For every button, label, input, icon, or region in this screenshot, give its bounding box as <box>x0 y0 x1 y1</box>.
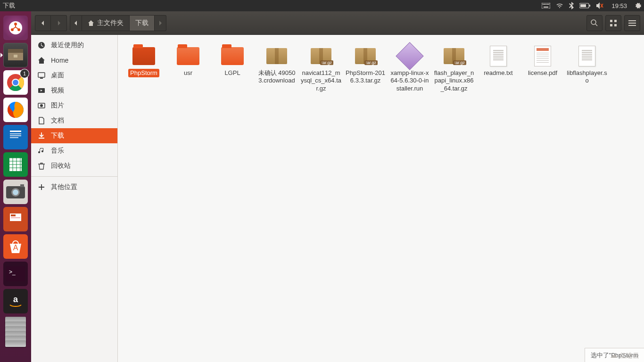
chrome-badge: 1 <box>20 69 29 78</box>
svg-rect-47 <box>614 24 617 26</box>
launcher-terminal[interactable]: >_ <box>3 262 28 286</box>
svg-rect-5 <box>548 4 549 5</box>
file-item[interactable]: tar.gznavicat112_mysql_cs_x64.tar.gz <box>299 45 343 93</box>
file-item[interactable]: license.pdf <box>520 45 565 93</box>
top-panel: 下载 19:53 <box>0 0 644 11</box>
gear-indicator[interactable] <box>632 0 644 11</box>
launcher-chrome[interactable]: 1 <box>3 70 28 95</box>
pdf-icon <box>529 45 556 67</box>
svg-rect-0 <box>542 3 550 8</box>
file-item[interactable]: 未确认 490503.crdownload <box>255 45 299 93</box>
svg-rect-24 <box>10 131 21 132</box>
file-item[interactable]: PhpStorm <box>122 45 166 93</box>
launcher-impress[interactable] <box>3 207 28 231</box>
path-downloads-label: 下载 <box>135 19 149 27</box>
svg-point-21 <box>13 80 18 85</box>
launcher-calc[interactable] <box>3 152 28 177</box>
file-item[interactable]: tar.gzPhpStorm-2016.3.3.tar.gz <box>343 45 388 93</box>
svg-rect-50 <box>628 25 636 26</box>
sidebar: 最近使用的 Home 桌面 视频 图片 文档 下载 音乐 回收站 其他位置 <box>31 35 118 362</box>
sidebar-home[interactable]: Home <box>31 53 117 68</box>
svg-rect-36 <box>11 214 16 216</box>
archive-icon: tar.gz <box>441 45 467 67</box>
forward-button[interactable] <box>51 15 67 31</box>
file-label: 未确认 490503.crdownload <box>255 69 299 85</box>
archive-icon: tar.gz <box>308 45 334 67</box>
svg-point-32 <box>13 189 18 195</box>
battery-indicator[interactable] <box>577 0 594 11</box>
file-label: PhpStorm-2016.3.3.tar.gz <box>343 69 388 85</box>
svg-rect-27 <box>10 137 18 138</box>
svg-rect-37 <box>11 217 20 218</box>
sidebar-documents[interactable]: 文档 <box>31 113 117 128</box>
folder-icon <box>219 45 246 67</box>
svg-rect-45 <box>614 20 617 22</box>
document-icon <box>574 45 600 67</box>
path-downloads[interactable]: 下载 <box>130 15 155 31</box>
svg-text:a: a <box>13 295 18 304</box>
sidebar-downloads[interactable]: 下载 <box>31 128 117 143</box>
sidebar-music[interactable]: 音乐 <box>31 143 117 158</box>
path-next-arrow[interactable] <box>155 15 166 31</box>
svg-rect-9 <box>589 5 590 7</box>
back-button[interactable] <box>35 15 51 31</box>
folder-icon <box>175 45 201 67</box>
content-area[interactable]: PhpStormusrLGPL未确认 490503.crdownloadtar.… <box>118 35 644 362</box>
launcher-firefox[interactable] <box>3 98 28 122</box>
folder-icon <box>131 45 157 67</box>
sound-indicator[interactable] <box>594 0 607 11</box>
launcher-shotwell[interactable] <box>3 180 28 204</box>
sidebar-videos[interactable]: 视频 <box>31 83 117 98</box>
window-title: 下载 <box>0 1 15 10</box>
sidebar-pictures[interactable]: 图片 <box>31 98 117 113</box>
svg-rect-8 <box>580 4 586 7</box>
svg-rect-48 <box>628 20 636 21</box>
svg-rect-26 <box>10 135 21 136</box>
svg-point-11 <box>14 23 17 25</box>
sidebar-recent[interactable]: 最近使用的 <box>31 38 117 53</box>
sidebar-trash[interactable]: 回收站 <box>31 158 117 173</box>
svg-rect-51 <box>38 73 45 77</box>
file-item[interactable]: usr <box>166 45 210 93</box>
file-item[interactable]: readme.txt <box>476 45 520 93</box>
launcher: 1 A >_ a <box>0 11 31 362</box>
pathbar: 主文件夹 下载 <box>70 15 166 31</box>
wifi-indicator[interactable] <box>553 0 566 11</box>
svg-point-55 <box>40 104 43 107</box>
launcher-dash[interactable] <box>3 16 28 40</box>
file-label: flash_player_npapi_linux.x86_64.tar.gz <box>432 69 476 93</box>
archive-icon: tar.gz <box>352 45 379 67</box>
file-item[interactable]: tar.gzflash_player_npapi_linux.x86_64.ta… <box>432 45 476 93</box>
launcher-files[interactable] <box>3 43 28 67</box>
file-item[interactable]: LGPL <box>210 45 255 93</box>
file-item[interactable]: libflashplayer.so <box>565 45 609 93</box>
file-item[interactable]: xampp-linux-x64-5.6.30-0-installer.run <box>388 45 432 93</box>
keyboard-indicator[interactable] <box>539 0 553 11</box>
svg-rect-4 <box>547 4 548 5</box>
file-label: libflashplayer.so <box>565 69 609 85</box>
package-icon <box>264 45 290 67</box>
svg-rect-46 <box>610 24 612 26</box>
svg-rect-25 <box>10 133 21 134</box>
files-window: 主文件夹 下载 最近使用的 Home 桌面 视频 图片 文档 下载 音乐 回收站… <box>31 11 644 362</box>
launcher-amazon[interactable]: a <box>3 289 28 313</box>
view-grid-button[interactable] <box>605 15 621 31</box>
file-label: PhpStorm <box>128 69 159 77</box>
bluetooth-indicator[interactable] <box>566 0 577 11</box>
path-home-label: 主文件夹 <box>97 19 124 27</box>
headerbar: 主文件夹 下载 <box>31 11 644 35</box>
launcher-writer[interactable] <box>3 125 28 149</box>
svg-rect-2 <box>544 4 545 5</box>
hamburger-menu[interactable] <box>624 15 640 31</box>
sidebar-desktop[interactable]: 桌面 <box>31 68 117 83</box>
clock[interactable]: 19:53 <box>607 0 632 11</box>
path-prev-arrow[interactable] <box>70 15 82 31</box>
launcher-software[interactable]: A <box>3 234 28 259</box>
svg-rect-44 <box>610 20 612 22</box>
sidebar-other-locations[interactable]: 其他位置 <box>31 180 117 195</box>
search-button[interactable] <box>586 15 603 31</box>
executable-icon <box>396 45 423 67</box>
path-home[interactable]: 主文件夹 <box>82 15 130 31</box>
launcher-workspace-stack[interactable] <box>3 317 28 354</box>
svg-point-43 <box>591 20 596 25</box>
